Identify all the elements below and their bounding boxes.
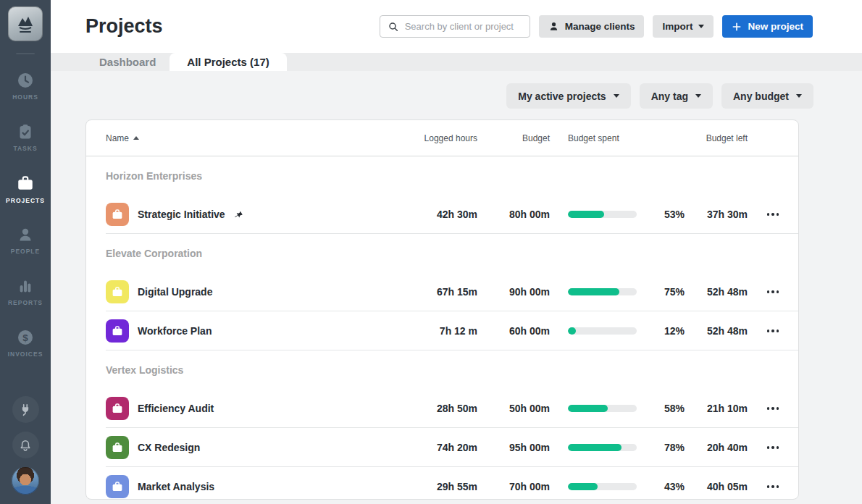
search-input[interactable] bbox=[405, 21, 522, 32]
logged-hours: 28h 50m bbox=[390, 403, 477, 414]
filter-bar: My active projects Any tag Any budget bbox=[85, 83, 813, 109]
tab-bar: Dashboard All Projects (17) bbox=[51, 53, 862, 71]
import-button[interactable]: Import bbox=[653, 15, 714, 38]
client-group-label: Vertex Logistics bbox=[86, 350, 798, 389]
user-avatar[interactable] bbox=[12, 467, 39, 495]
budget-left: 52h 48m bbox=[685, 286, 748, 298]
sidebar-item-hours[interactable]: HOURS bbox=[0, 60, 51, 112]
search-box[interactable] bbox=[380, 15, 530, 38]
project-name[interactable]: CX Redesign bbox=[138, 442, 200, 453]
tasks-icon bbox=[17, 123, 34, 140]
project-name[interactable]: Market Analysis bbox=[138, 481, 214, 492]
project-name[interactable]: Strategic Initiative bbox=[138, 209, 225, 220]
filter-active-projects[interactable]: My active projects bbox=[506, 83, 630, 109]
budget-left: 20h 40m bbox=[685, 442, 748, 453]
sidebar-item-label: HOURS bbox=[12, 93, 38, 101]
filter-tag[interactable]: Any tag bbox=[640, 83, 713, 109]
sidebar-item-label: PROJECTS bbox=[6, 197, 45, 204]
row-menu-button[interactable] bbox=[748, 213, 798, 216]
project-row[interactable]: Workforce Plan 7h 12 m 60h 00m 12% 52h 4… bbox=[86, 311, 798, 350]
budget-left: 21h 10m bbox=[685, 403, 748, 414]
briefcase-icon bbox=[111, 402, 124, 415]
logged-hours: 29h 55m bbox=[390, 481, 477, 492]
project-row[interactable]: Market Analysis 29h 55m 70h 00m 43% 40h … bbox=[86, 467, 798, 500]
budget-left: 37h 30m bbox=[685, 209, 748, 220]
row-menu-button[interactable] bbox=[748, 329, 798, 332]
budget-spent-percent: 43% bbox=[637, 481, 685, 492]
column-header-name[interactable]: Name bbox=[106, 133, 390, 143]
chevron-down-icon bbox=[698, 25, 704, 28]
row-menu-button[interactable] bbox=[748, 290, 798, 293]
column-header-budget-spent[interactable]: Budget spent bbox=[550, 133, 637, 143]
row-menu-button[interactable] bbox=[748, 446, 798, 449]
row-menu-button[interactable] bbox=[748, 485, 798, 488]
column-header-budget[interactable]: Budget bbox=[477, 133, 550, 143]
project-row[interactable]: Digital Upgrade 67h 15m 90h 00m 75% 52h … bbox=[86, 272, 798, 311]
filter-budget[interactable]: Any budget bbox=[721, 83, 813, 109]
project-name[interactable]: Efficiency Audit bbox=[138, 403, 214, 414]
sidebar-item-projects[interactable]: PROJECTS bbox=[0, 163, 51, 214]
project-icon bbox=[106, 280, 129, 303]
sidebar-item-reports[interactable]: REPORTS bbox=[0, 266, 51, 317]
column-header-logged-hours[interactable]: Logged hours bbox=[390, 133, 477, 143]
sidebar: HOURS TASKS PROJECTS PEOPLE REPORTS $ IN… bbox=[0, 0, 51, 504]
integrations-button[interactable] bbox=[12, 396, 39, 423]
project-icon bbox=[106, 475, 129, 498]
budget-progress-fill bbox=[568, 211, 604, 218]
sidebar-divider bbox=[16, 53, 35, 54]
row-menu-button[interactable] bbox=[748, 407, 798, 410]
project-name[interactable]: Workforce Plan bbox=[138, 325, 212, 337]
project-icon bbox=[106, 397, 129, 420]
budget-progress-bar bbox=[568, 327, 637, 335]
project-row[interactable]: CX Redesign 74h 20m 95h 00m 78% 20h 40m bbox=[86, 428, 798, 467]
logged-hours: 7h 12 m bbox=[390, 325, 477, 337]
new-project-button[interactable]: New project bbox=[722, 15, 813, 38]
sidebar-item-tasks[interactable]: TASKS bbox=[0, 112, 51, 163]
budget: 90h 00m bbox=[477, 286, 550, 298]
plug-icon bbox=[18, 403, 33, 417]
client-group-label: Elevate Corporation bbox=[86, 234, 798, 272]
project-row[interactable]: Strategic Initiative 42h 30m 80h 00m 53%… bbox=[86, 195, 798, 234]
budget: 60h 00m bbox=[477, 325, 550, 337]
filter-label: My active projects bbox=[518, 91, 606, 102]
budget-progress-bar bbox=[568, 444, 637, 451]
project-icon bbox=[106, 436, 129, 459]
filter-label: Any tag bbox=[651, 91, 688, 102]
main-area: Projects Manage clients Import New proje… bbox=[51, 0, 862, 504]
content-area: My active projects Any tag Any budget Na… bbox=[51, 71, 862, 504]
briefcase-icon bbox=[111, 324, 124, 337]
manage-clients-label: Manage clients bbox=[565, 21, 635, 32]
budget-progress-fill bbox=[568, 405, 608, 412]
workspace-logo-icon bbox=[13, 12, 38, 36]
logged-hours: 42h 30m bbox=[390, 209, 477, 220]
tab-all-projects[interactable]: All Projects (17) bbox=[170, 53, 286, 71]
budget: 50h 00m bbox=[477, 403, 550, 414]
sidebar-item-label: REPORTS bbox=[8, 299, 43, 306]
sidebar-item-label: PEOPLE bbox=[11, 248, 40, 255]
budget-spent-percent: 12% bbox=[637, 325, 685, 337]
manage-clients-button[interactable]: Manage clients bbox=[539, 15, 645, 38]
new-project-label: New project bbox=[748, 21, 803, 32]
budget-progress-fill bbox=[568, 483, 598, 490]
budget: 70h 00m bbox=[477, 481, 550, 492]
column-header-budget-left[interactable]: Budget left bbox=[685, 133, 748, 143]
notifications-button[interactable] bbox=[12, 432, 39, 458]
sidebar-item-invoices[interactable]: $ INVOICES bbox=[0, 317, 51, 369]
budget-spent-percent: 53% bbox=[637, 209, 685, 220]
project-row[interactable]: Efficiency Audit 28h 50m 50h 00m 58% 21h… bbox=[86, 389, 798, 428]
budget-progress-bar bbox=[568, 483, 637, 490]
project-icon bbox=[106, 319, 129, 343]
tab-dashboard[interactable]: Dashboard bbox=[85, 53, 170, 71]
sort-asc-icon bbox=[133, 136, 139, 140]
briefcase-icon bbox=[111, 285, 124, 298]
project-name[interactable]: Digital Upgrade bbox=[138, 286, 212, 298]
logged-hours: 67h 15m bbox=[390, 286, 477, 298]
pin-icon bbox=[233, 209, 244, 220]
filter-label: Any budget bbox=[733, 91, 789, 102]
budget-progress-fill bbox=[568, 444, 622, 451]
workspace-logo[interactable] bbox=[8, 0, 43, 41]
chevron-down-icon bbox=[614, 94, 619, 98]
search-icon bbox=[388, 21, 399, 33]
sidebar-item-people[interactable]: PEOPLE bbox=[0, 214, 51, 266]
budget-progress-bar bbox=[568, 405, 637, 412]
